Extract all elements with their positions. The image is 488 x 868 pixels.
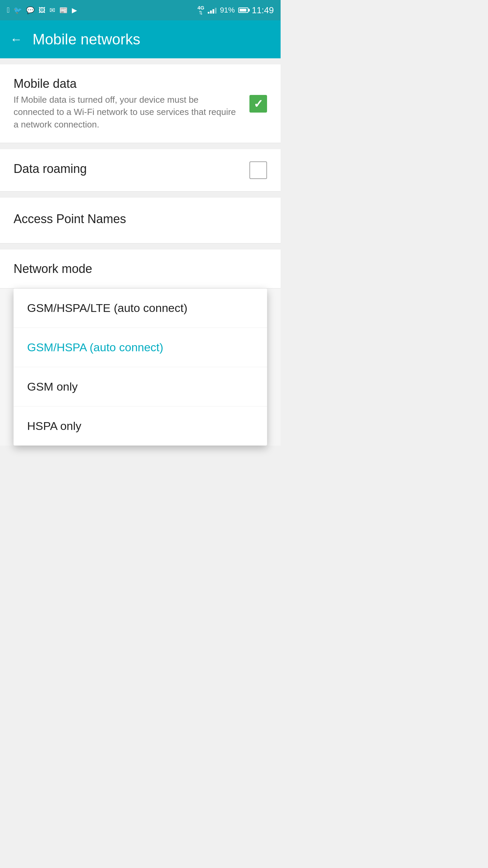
data-roaming-checkbox[interactable] xyxy=(249,161,267,179)
battery-percent: 91% xyxy=(220,6,235,15)
access-point-names-title: Access Point Names xyxy=(14,212,267,226)
divider-1 xyxy=(0,143,281,149)
clock: 11:49 xyxy=(252,5,274,16)
divider-2 xyxy=(0,192,281,198)
app-bar: ← Mobile networks xyxy=(0,20,281,58)
flipboard-icon: 📰 xyxy=(59,6,68,14)
network-mode-label: Network mode xyxy=(14,262,267,276)
data-arrows: ⇅ xyxy=(199,11,203,15)
page-title: Mobile networks xyxy=(33,31,140,48)
network-option-gsm-only[interactable]: GSM only xyxy=(14,367,267,407)
status-bar:  🐦 💬 🖼 ✉ 📰 ▶ 4G ⇅ 91% 11:49 xyxy=(0,0,281,20)
settings-content: Mobile data If Mobile data is turned off… xyxy=(0,58,281,446)
twitter-icon: 🐦 xyxy=(14,6,22,14)
top-divider xyxy=(0,58,281,64)
gallery-icon: 🖼 xyxy=(39,6,45,14)
bbm-icon: 💬 xyxy=(26,6,35,14)
system-icons: 4G ⇅ 91% 11:49 xyxy=(198,5,274,16)
mobile-data-text: Mobile data If Mobile data is turned off… xyxy=(14,77,239,131)
mobile-data-checkbox[interactable] xyxy=(249,95,267,113)
network-type: 4G ⇅ xyxy=(198,5,204,16)
access-point-names-row[interactable]: Access Point Names xyxy=(0,198,281,243)
network-mode-dropdown[interactable]: GSM/HSPA/LTE (auto connect) GSM/HSPA (au… xyxy=(14,289,267,446)
data-roaming-text: Data roaming xyxy=(14,162,239,179)
facebook-icon:  xyxy=(7,6,9,15)
data-roaming-row[interactable]: Data roaming xyxy=(0,149,281,192)
back-button[interactable]: ← xyxy=(10,32,22,46)
network-option-gsm-hspa[interactable]: GSM/HSPA (auto connect) xyxy=(14,328,267,367)
mobile-data-title: Mobile data xyxy=(14,77,239,91)
mobile-data-description: If Mobile data is turned off, your devic… xyxy=(14,94,239,131)
divider-3 xyxy=(0,243,281,250)
network-option-gsm-hspa-lte[interactable]: GSM/HSPA/LTE (auto connect) xyxy=(14,289,267,328)
battery-icon xyxy=(238,7,248,13)
signal-strength-icon xyxy=(208,7,217,14)
youtube-icon: ▶ xyxy=(72,6,77,14)
notification-icons:  🐦 💬 🖼 ✉ 📰 ▶ xyxy=(7,6,77,15)
mobile-data-row[interactable]: Mobile data If Mobile data is turned off… xyxy=(0,64,281,143)
4g-label: 4G xyxy=(198,5,204,11)
data-roaming-title: Data roaming xyxy=(14,162,239,176)
network-mode-row: Network mode xyxy=(0,250,281,289)
network-option-hspa-only[interactable]: HSPA only xyxy=(14,407,267,446)
gmail-icon: ✉ xyxy=(49,6,55,14)
